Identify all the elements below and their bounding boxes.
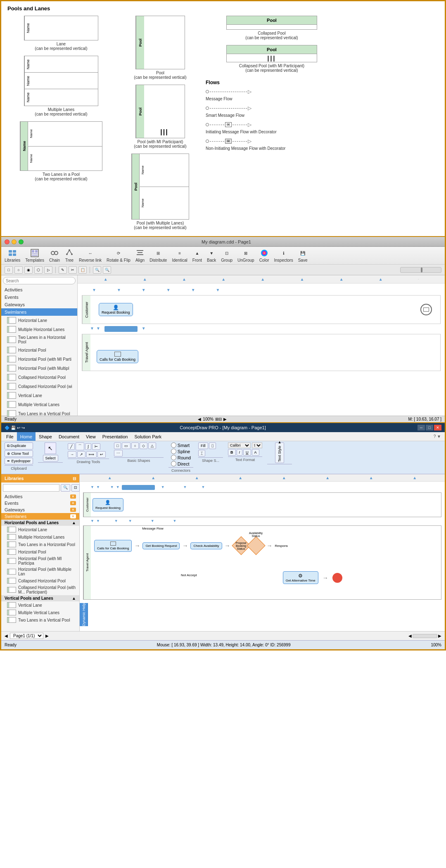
toolbar-libraries[interactable]: Libraries	[5, 248, 20, 263]
win-scroll-bar[interactable]	[413, 634, 437, 638]
win-minimize-btn[interactable]: ─	[418, 425, 425, 430]
win-scroll-right[interactable]: ▶	[438, 634, 441, 638]
connector-smart-radio[interactable]	[171, 442, 176, 448]
win-vert-collapse[interactable]: ▲	[72, 596, 76, 601]
list-item-horiz-pool-mi[interactable]: Horizontal Pool (with MI Parti	[1, 355, 77, 364]
toolbar-align[interactable]: Align	[135, 248, 145, 263]
win-maximize-btn[interactable]: □	[426, 425, 433, 430]
shape-triangle[interactable]: △	[148, 442, 156, 449]
toolbar2-btn-7[interactable]: ✂	[69, 266, 77, 274]
draw-btn-2[interactable]: ⌒	[76, 442, 84, 450]
mac-minimize-button[interactable]	[12, 239, 17, 244]
mac-page-next[interactable]: ▶	[223, 417, 227, 421]
win-page-select[interactable]: Page1 (1/1)	[10, 633, 43, 639]
draw-btn-7[interactable]: ⟾	[86, 451, 97, 458]
win-sidebar-events[interactable]: Events ✕	[1, 500, 79, 506]
win-sidebar-activities[interactable]: Activities ✕	[1, 493, 79, 500]
win-list-horizontal-lane[interactable]: Horizontal Lane	[1, 526, 79, 533]
toolbar2-btn-zoom[interactable]: 🔍	[93, 266, 101, 274]
toolbar-tree[interactable]: Tree	[65, 248, 74, 263]
color-btn[interactable]: A	[252, 449, 259, 456]
toolbar-ungroup[interactable]: ⊠ UnGroup	[237, 248, 254, 263]
win-list-two-vert[interactable]: Two Lanes in a Vertical Pool	[1, 616, 79, 624]
sidebar-item-events[interactable]: Events	[1, 293, 77, 301]
ribbon-eyedropper-btn[interactable]: ✒ Eyedropper	[5, 458, 33, 464]
win-pagebar-next[interactable]: ▶	[45, 634, 49, 638]
zoom-slider[interactable]	[400, 267, 441, 273]
connector-round-radio[interactable]	[171, 455, 176, 460]
mac-close-button[interactable]	[5, 239, 9, 244]
win-sidebar-swimlanes[interactable]: Swimlanes ✕	[1, 513, 79, 520]
list-item-multiple-vertical[interactable]: Multiple Vertical Lanes	[1, 400, 77, 409]
win-horiz-collapse[interactable]: ▲	[72, 520, 76, 525]
italic-btn[interactable]: I	[237, 449, 243, 456]
toolbar2-btn-6[interactable]: ✎	[59, 266, 67, 274]
ribbon-duplicate-btn[interactable]: ⧉ Duplicate	[5, 442, 33, 449]
win-search-clear-btn[interactable]: ⊡	[71, 484, 80, 492]
toolbar-color[interactable]: Color	[259, 248, 269, 263]
shape-more[interactable]: ⋯	[114, 450, 123, 456]
bold-btn[interactable]: B	[228, 449, 236, 456]
connector-spline-radio[interactable]	[171, 449, 176, 454]
mac-maximize-button[interactable]	[19, 239, 24, 244]
list-item-collapsed-horiz-wi[interactable]: Collapsed Horizontal Pool (wi	[1, 382, 77, 391]
sidebar-item-gateways[interactable]: Gateways	[1, 301, 77, 308]
toolbar-chain[interactable]: Chain	[49, 248, 60, 263]
draw-btn-4[interactable]: ⊢	[92, 443, 100, 450]
win-close-btn[interactable]: ✕	[434, 425, 441, 430]
win-search-btn[interactable]: 🔍	[61, 484, 70, 492]
mac-search-input[interactable]	[3, 277, 76, 284]
list-item-horizontal-pool[interactable]: Horizontal Pool	[1, 345, 77, 355]
win-list-collapsed-horiz-m[interactable]: Collapsed Horizontal Pool (with M... Par…	[1, 584, 79, 595]
mac-page-prev[interactable]: ◀	[198, 417, 201, 421]
toolbar2-btn-4[interactable]: ⬡	[34, 266, 43, 274]
toolbar2-btn-2[interactable]: ○	[14, 266, 23, 274]
shape-circle[interactable]: ○	[131, 442, 138, 449]
toolbar-distribute[interactable]: ⊞ Distribute	[149, 248, 167, 263]
win-pagebar-prev[interactable]: ◀	[5, 634, 8, 638]
menu-file[interactable]: File	[3, 432, 17, 441]
toolbar-identical[interactable]: ≡ Identical	[172, 248, 187, 263]
toolbar-back[interactable]: ▼ Back	[207, 248, 216, 263]
win-list-collapsed-horiz[interactable]: Collapsed Horizontal Pool	[1, 577, 79, 584]
text-style-btn[interactable]: Text Style ▼	[275, 442, 284, 463]
select-cursor-icon[interactable]: ↖	[45, 442, 56, 454]
win-scroll-left[interactable]: ◀	[408, 634, 412, 638]
menu-presentation[interactable]: Presentation	[99, 432, 131, 441]
list-item-horiz-pool-multi[interactable]: Horizontal Pool (with Multipl	[1, 364, 77, 373]
draw-btn-5[interactable]: →	[68, 451, 76, 458]
win-sidebar-collapse[interactable]: ⊟	[73, 476, 76, 481]
font-size-select[interactable]: 9	[252, 442, 262, 448]
menu-help-btn[interactable]: ? ▼	[434, 434, 441, 439]
ribbon-select-label[interactable]: Select	[43, 455, 58, 461]
toolbar-front[interactable]: ▲ Front	[192, 248, 202, 263]
toolbar2-btn-5[interactable]: ▷	[44, 266, 52, 274]
shape-rounded[interactable]: ▭	[122, 442, 130, 449]
list-item-collapsed-horiz[interactable]: Collapsed Horizontal Pool	[1, 373, 77, 382]
win-list-horiz-pool-multi[interactable]: Horizontal Pool (with Multiple Lan	[1, 566, 79, 577]
draw-btn-3[interactable]: ∫	[85, 443, 91, 450]
toolbar-save[interactable]: 💾 Save	[298, 248, 308, 263]
shape2-fill[interactable]: Fill	[198, 442, 208, 449]
toolbar2-btn-8[interactable]: 📋	[78, 266, 87, 274]
sidebar-item-swimlanes[interactable]: Swimlanes	[1, 308, 77, 316]
toolbar2-btn-3[interactable]: ◉	[24, 266, 33, 274]
toolbar2-btn-1[interactable]: □	[5, 266, 13, 274]
sidebar-item-activities[interactable]: Activities	[1, 286, 77, 293]
win-list-multiple-horiz[interactable]: Multiple Horizontal Lanes	[1, 533, 79, 541]
shape-diamond[interactable]: ◇	[140, 442, 147, 449]
menu-view[interactable]: View	[83, 432, 99, 441]
win-list-vertical-lane[interactable]: Vertical Lane	[1, 601, 79, 609]
menu-shape[interactable]: Shape	[36, 432, 55, 441]
win-list-horiz-pool-mi[interactable]: Horizontal Pool (with MI Participa	[1, 556, 79, 566]
ribbon-clone-btn[interactable]: ⊕ Clone Tool	[5, 450, 33, 457]
toolbar2-btn-zoomout[interactable]: 🔍	[103, 266, 111, 274]
win-list-horiz-pool[interactable]: Horizontal Pool	[1, 548, 79, 556]
shape2-2[interactable]: ⌶	[198, 450, 205, 456]
draw-btn-1[interactable]: ╱	[68, 443, 75, 450]
menu-document[interactable]: Document	[55, 432, 83, 441]
connector-direct-radio[interactable]	[171, 461, 176, 466]
list-item-vertical-lane[interactable]: Vertical Lane	[1, 391, 77, 400]
win-sidebar-gateways[interactable]: Gateways ✕	[1, 506, 79, 513]
win-list-two-horiz[interactable]: Two Lanes in a Horizontal Pool	[1, 541, 79, 548]
